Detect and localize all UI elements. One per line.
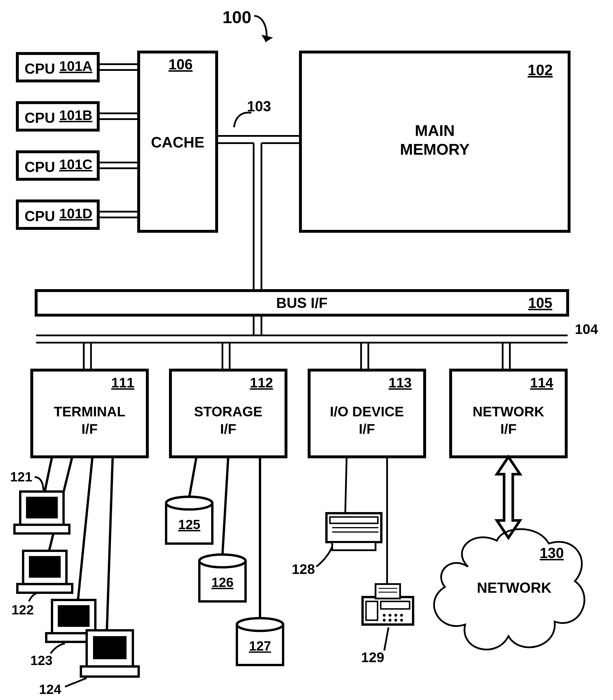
cpu-c-label: CPU: [25, 159, 55, 175]
iodev-if-l1: I/O DEVICE: [330, 404, 404, 419]
system-block-diagram: 100 CPU 101A CPU 101B CPU 101C CPU 101D …: [0, 0, 613, 700]
svg-rect-57: [332, 542, 376, 550]
network-if-l1: NETWORK: [473, 404, 544, 419]
bus-if-label: BUS I/F: [276, 295, 328, 311]
svg-line-28: [107, 457, 113, 630]
cache-label: CACHE: [151, 134, 205, 151]
cpu-a-label: CPU: [25, 61, 55, 77]
storage-if-l2: I/F: [220, 421, 236, 436]
terminal-124-ref: 124: [39, 682, 61, 697]
io-bus-stubs: [84, 343, 510, 370]
network-if-ref: 114: [530, 375, 553, 390]
cpu-d-ref: 101D: [59, 206, 92, 221]
svg-rect-59: [376, 584, 400, 599]
terminal-124: [81, 630, 139, 677]
svg-rect-62: [366, 601, 378, 620]
svg-point-65: [389, 614, 391, 617]
printer-icon: [326, 513, 381, 550]
svg-line-25: [45, 457, 52, 492]
svg-point-49: [199, 555, 246, 567]
network-if-l2: I/F: [500, 421, 517, 436]
svg-point-46: [166, 497, 212, 509]
memory-ref: 102: [528, 62, 553, 78]
network-arrow: [497, 457, 520, 538]
terminal-if-ref: 111: [111, 375, 134, 390]
figure-ref: 100: [222, 8, 251, 27]
cpu-c-ref: 101C: [59, 157, 92, 172]
memory-line1: MAIN: [415, 122, 455, 139]
cpu-group: CPU 101A CPU 101B CPU 101C CPU 101D: [17, 53, 98, 228]
storage-if-ref: 112: [250, 375, 273, 390]
terminal-if-l2: I/F: [81, 421, 97, 436]
iodev-if-ref: 113: [389, 375, 412, 390]
disk-125-ref: 125: [178, 517, 200, 532]
cpu-b-ref: 101B: [59, 107, 92, 123]
iodev-if-l2: I/F: [359, 421, 375, 436]
svg-point-64: [383, 614, 386, 617]
disk-127-ref: 127: [249, 638, 271, 653]
svg-rect-40: [81, 666, 139, 677]
disk-127: 127: [237, 618, 283, 665]
printer-ref: 128: [292, 561, 315, 577]
bus-if-ref: 105: [528, 295, 552, 311]
svg-point-67: [400, 614, 403, 617]
fax-icon: [363, 584, 413, 625]
cpu-a-ref: 101A: [59, 59, 92, 74]
cpu-d-label: CPU: [25, 208, 55, 224]
svg-line-27: [78, 457, 92, 600]
storage-if-l1: STORAGE: [194, 404, 262, 419]
bridge-bus: [217, 136, 300, 291]
svg-rect-63: [381, 601, 409, 609]
svg-point-66: [394, 614, 397, 617]
svg-line-42: [222, 457, 228, 555]
terminal-121: [14, 492, 69, 533]
cpu-b-label: CPU: [25, 110, 55, 126]
network-ref: 130: [540, 545, 564, 561]
disk-126-ref: 126: [211, 575, 234, 590]
printer-line: [345, 457, 347, 515]
terminal-123-ref: 123: [30, 653, 53, 668]
bridge-bus-ref: 103: [247, 98, 271, 114]
terminal-122-ref: 122: [12, 602, 34, 617]
disk-125: 125: [166, 497, 212, 544]
terminal-121-ref: 121: [10, 469, 32, 484]
svg-rect-30: [26, 497, 58, 519]
disk-126: 126: [199, 555, 246, 601]
svg-line-41: [189, 457, 196, 497]
terminal-122: [17, 551, 72, 593]
svg-rect-34: [17, 584, 72, 593]
svg-rect-31: [14, 525, 69, 533]
svg-point-70: [394, 619, 397, 622]
cache-ref: 106: [168, 56, 192, 73]
svg-point-71: [400, 619, 403, 622]
cpu-cache-buses: [98, 64, 139, 217]
fax-ref: 129: [361, 650, 384, 665]
io-bus-ref: 104: [575, 321, 598, 337]
svg-rect-33: [29, 556, 61, 578]
memory-line2: MEMORY: [400, 141, 470, 158]
bridge-bus-leader: [234, 113, 251, 127]
terminal-if-l1: TERMINAL: [54, 404, 126, 419]
svg-point-68: [383, 619, 386, 622]
svg-rect-36: [58, 605, 90, 627]
svg-rect-39: [93, 636, 127, 659]
svg-point-69: [389, 619, 391, 622]
svg-rect-54: [330, 517, 378, 523]
network-label: NETWORK: [477, 580, 551, 596]
svg-point-52: [237, 618, 283, 631]
